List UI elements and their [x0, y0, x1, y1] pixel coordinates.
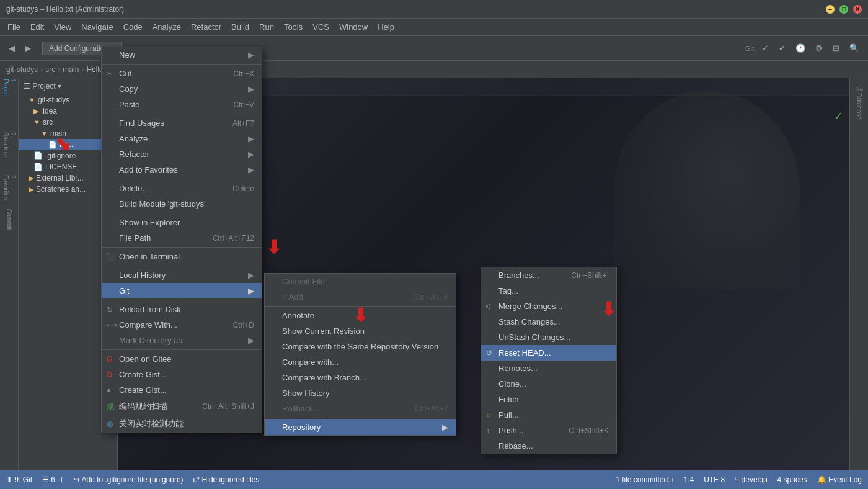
git-compare-branch[interactable]: Compare with Branch...: [265, 370, 456, 385]
ctx-find-usages[interactable]: Find Usages Alt+F7: [102, 115, 262, 131]
maximize-button[interactable]: □: [839, 5, 848, 14]
arrow-icon: ▶: [248, 286, 254, 295]
arrow-icon: ▶: [248, 165, 254, 174]
menu-view[interactable]: View: [49, 20, 76, 34]
repo-stash[interactable]: Stash Changes...: [481, 314, 616, 330]
git-compare-with[interactable]: Compare with...: [265, 354, 456, 370]
menu-vcs[interactable]: VCS: [308, 20, 334, 34]
git-annotate[interactable]: Annotate: [265, 308, 456, 323]
context-menu-repo: Branches... Ctrl+Shift+` Tag... ⑆ Merge …: [480, 267, 617, 454]
favorites-icon[interactable]: 2: Favorites: [1, 180, 17, 196]
repo-push[interactable]: ↑ Push... Ctrl+Shift+K: [481, 423, 616, 438]
project-icon[interactable]: 1: Project: [1, 81, 17, 97]
repo-clone[interactable]: Clone...: [481, 376, 616, 392]
ctx-cut[interactable]: ✂ Cut Ctrl+X: [102, 66, 262, 81]
ctx-disable-detect[interactable]: ◎ 关闭实时检测功能: [102, 415, 262, 433]
git-commit-file[interactable]: Commit File: [265, 274, 456, 289]
repo-merge[interactable]: ⑆ Merge Changes...: [481, 298, 616, 314]
menu-code[interactable]: Code: [118, 20, 148, 34]
ctx-create-gist-1[interactable]: G Create Gist...: [102, 367, 262, 382]
breadcrumb-root[interactable]: git-studys: [6, 65, 38, 74]
menu-file[interactable]: File: [2, 20, 25, 34]
status-git[interactable]: ⬆ 9: Git: [6, 475, 32, 484]
breadcrumb-src[interactable]: src: [45, 65, 55, 74]
git-show-history[interactable]: Show History: [265, 385, 456, 401]
menu-help[interactable]: Help: [373, 20, 399, 34]
scan-icon: 规: [107, 402, 114, 412]
repo-pull[interactable]: ✓ Pull...: [481, 407, 616, 423]
toolbar-search-button[interactable]: 🔍: [846, 42, 863, 54]
git-show-revision[interactable]: Show Current Revision: [265, 323, 456, 339]
repo-rebase[interactable]: Rebase...: [481, 438, 616, 454]
repo-branches[interactable]: Branches... Ctrl+Shift+`: [481, 267, 616, 283]
status-committed: 1 file committed: i: [616, 475, 673, 484]
menu-window[interactable]: Window: [334, 20, 373, 34]
status-gitignore[interactable]: ↪ Add to .gitignore file (unignore): [74, 475, 184, 484]
ctx-copy[interactable]: Copy ▶: [102, 81, 262, 97]
ctx-file-path[interactable]: File Path Ctrl+Alt+F12: [102, 230, 262, 246]
ctx-paste[interactable]: Paste Ctrl+V: [102, 97, 262, 112]
separator: [102, 213, 262, 213]
status-tab[interactable]: ☰ 6: T: [42, 475, 64, 484]
ctx-open-gitee[interactable]: G Open on Gitee: [102, 351, 262, 367]
git-check2-icon[interactable]: ✔: [775, 42, 789, 54]
menu-tools[interactable]: Tools: [279, 20, 308, 34]
minimize-button[interactable]: –: [826, 5, 835, 14]
gist-icon: G: [107, 370, 112, 379]
toolbar-back-button[interactable]: ◀: [5, 42, 19, 54]
repo-fetch[interactable]: Fetch: [481, 392, 616, 407]
status-hide[interactable]: i.* Hide ignored files: [193, 475, 260, 484]
structure-icon[interactable]: 2: Structure: [1, 137, 17, 153]
menu-refactor[interactable]: Refactor: [186, 20, 226, 34]
menu-analyze[interactable]: Analyze: [148, 20, 186, 34]
ctx-add-favorites[interactable]: Add to Favorites ▶: [102, 162, 262, 177]
git-compare-repo[interactable]: Compare with the Same Repository Version: [265, 339, 456, 354]
merge-icon: ⑆: [486, 302, 490, 311]
event-log-button[interactable]: 🔔 Event Log: [817, 475, 862, 484]
toolbar-settings-button[interactable]: ⚙: [812, 42, 826, 54]
menu-build[interactable]: Build: [226, 20, 254, 34]
separator: [265, 306, 456, 307]
menu-edit[interactable]: Edit: [25, 20, 49, 34]
ctx-new[interactable]: New ▶: [102, 47, 262, 63]
git-history-icon[interactable]: 🕐: [792, 42, 809, 54]
ctx-reload[interactable]: ↻ Reload from Disk: [102, 302, 262, 317]
database-icon[interactable]: Database: [851, 98, 867, 114]
ctx-git[interactable]: Git ▶: [102, 283, 262, 298]
repo-reset-head[interactable]: ↺ Reset HEAD...: [481, 345, 616, 361]
tree-label: .gitignore: [45, 151, 76, 160]
status-indent: 4 spaces: [777, 475, 807, 484]
close-button[interactable]: ✕: [853, 5, 862, 14]
separator: [102, 266, 262, 266]
toolbar-forward-button[interactable]: ▶: [21, 42, 35, 54]
repo-remotes[interactable]: Remotes...: [481, 361, 616, 376]
ctx-open-terminal[interactable]: ⬛ Open in Terminal: [102, 249, 262, 264]
ctx-delete[interactable]: Delete... Delete: [102, 181, 262, 196]
ctx-show-explorer[interactable]: Show in Explorer: [102, 215, 262, 230]
ctx-analyze[interactable]: Analyze ▶: [102, 131, 262, 146]
git-check-icon[interactable]: ✓: [758, 42, 773, 54]
ctx-compare-with[interactable]: ⟺ Compare With... Ctrl+D: [102, 317, 262, 333]
ctx-local-history[interactable]: Local History ▶: [102, 267, 262, 283]
status-encoding: UTF-8: [704, 475, 725, 484]
repo-unstash[interactable]: UnStash Changes...: [481, 330, 616, 345]
commit-icon[interactable]: Commit: [1, 211, 17, 227]
menu-navigate[interactable]: Navigate: [76, 20, 118, 34]
separator: [102, 64, 262, 65]
arrow-icon: ▶: [442, 423, 448, 432]
status-right: 1 file committed: i 1:4 UTF-8 ⑂ develop …: [616, 475, 862, 484]
menu-run[interactable]: Run: [254, 20, 279, 34]
ctx-create-gist-2[interactable]: ● Create Gist...: [102, 382, 262, 398]
git-repository[interactable]: Repository ▶: [265, 419, 456, 435]
separator: [102, 179, 262, 179]
ctx-build-module[interactable]: Build Module 'git-studys': [102, 196, 262, 212]
ctx-mark-directory[interactable]: Mark Directory as ▶: [102, 333, 262, 348]
toolbar-layout-button[interactable]: ⊟: [829, 42, 843, 54]
reset-icon: ↺: [486, 349, 492, 357]
status-branch[interactable]: ⑂ develop: [735, 475, 767, 484]
separator: [102, 300, 262, 300]
ctx-code-scan[interactable]: 规 编码规约扫描 Ctrl+Alt+Shift+J: [102, 398, 262, 415]
repo-tag[interactable]: Tag...: [481, 283, 616, 298]
ctx-refactor[interactable]: Refactor ▶: [102, 146, 262, 162]
breadcrumb-main[interactable]: main: [63, 65, 79, 74]
